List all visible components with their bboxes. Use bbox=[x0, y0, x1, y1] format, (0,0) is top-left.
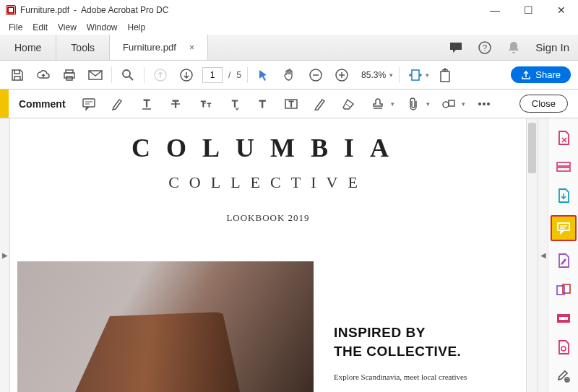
svg-rect-27 bbox=[557, 162, 570, 166]
stamp-icon[interactable] bbox=[368, 94, 388, 114]
svg-rect-33 bbox=[559, 317, 568, 320]
tab-home[interactable]: Home bbox=[0, 35, 56, 60]
organize-pages-icon[interactable] bbox=[554, 157, 573, 176]
doc-heading-line1: INSPIRED BY bbox=[334, 325, 519, 341]
page-down-icon[interactable] bbox=[176, 65, 197, 85]
text-box-icon[interactable]: T bbox=[281, 94, 301, 114]
zoom-in-icon[interactable] bbox=[332, 65, 352, 85]
redact-icon[interactable] bbox=[554, 309, 573, 328]
cloud-upload-icon[interactable] bbox=[33, 65, 53, 85]
doc-heading-line2: THE COLLECTIVE. bbox=[334, 344, 519, 360]
doc-title-line2: COLLECTIVE bbox=[17, 173, 519, 192]
create-pdf-icon[interactable] bbox=[554, 129, 573, 147]
sticky-note-icon[interactable] bbox=[79, 94, 99, 114]
tab-tools[interactable]: Tools bbox=[56, 35, 110, 60]
svg-point-6 bbox=[123, 70, 130, 77]
svg-rect-13 bbox=[83, 99, 95, 107]
left-panel-toggle[interactable]: ▶ bbox=[0, 118, 10, 392]
mail-icon[interactable] bbox=[85, 65, 105, 85]
print-icon[interactable] bbox=[59, 65, 79, 85]
main-toolbar: / 5 85.3% ▾ ▾ Share bbox=[0, 61, 578, 90]
page-number-input[interactable] bbox=[202, 67, 223, 83]
zoom-out-icon[interactable] bbox=[306, 65, 326, 85]
svg-text:T: T bbox=[288, 100, 293, 108]
stamp-dropdown-icon[interactable]: ▾ bbox=[391, 100, 394, 108]
share-button[interactable]: Share bbox=[511, 66, 571, 83]
svg-text:T: T bbox=[207, 102, 211, 108]
attach-file-icon[interactable] bbox=[403, 94, 423, 114]
title-appname: Adobe Acrobat Pro DC bbox=[81, 5, 168, 15]
window-close-button[interactable]: ✕ bbox=[545, 0, 578, 20]
comment-toolbar: Comment T T TT T T T ▾ ▾ ▾ Close bbox=[0, 90, 578, 118]
menu-edit[interactable]: Edit bbox=[28, 21, 52, 34]
scroll-thumb[interactable] bbox=[528, 123, 536, 173]
bell-icon[interactable] bbox=[506, 40, 521, 55]
fit-width-icon[interactable] bbox=[405, 65, 426, 85]
hand-pan-icon[interactable] bbox=[280, 65, 300, 85]
tab-document[interactable]: Furniture.pdf × bbox=[110, 35, 208, 60]
zoom-dropdown-icon[interactable]: ▾ bbox=[389, 71, 393, 79]
edit-pdf-icon[interactable] bbox=[554, 251, 573, 270]
underline-text-icon[interactable]: T bbox=[137, 94, 157, 114]
svg-point-25 bbox=[483, 103, 485, 105]
window-maximize-button[interactable]: ☐ bbox=[512, 0, 545, 20]
replace-text-icon[interactable]: TT bbox=[194, 94, 215, 114]
comment-label: Comment bbox=[17, 98, 70, 110]
highlight-marker-icon[interactable] bbox=[108, 94, 128, 114]
svg-rect-12 bbox=[441, 71, 449, 82]
doc-subtitle: LOOKBOOK 2019 bbox=[17, 212, 519, 224]
strikethrough-text-icon[interactable]: T bbox=[165, 94, 186, 114]
svg-point-26 bbox=[487, 103, 489, 105]
selection-arrow-icon[interactable] bbox=[254, 65, 274, 85]
svg-rect-29 bbox=[558, 223, 569, 230]
svg-point-22 bbox=[443, 102, 449, 108]
page-total: 5 bbox=[236, 70, 241, 80]
tab-bar: Home Tools Furniture.pdf × ? Sign In bbox=[0, 35, 578, 61]
zoom-value[interactable]: 85.3% bbox=[358, 68, 389, 82]
svg-text:T: T bbox=[232, 98, 238, 109]
svg-rect-11 bbox=[412, 70, 419, 80]
save-icon[interactable] bbox=[7, 65, 27, 85]
menu-view[interactable]: View bbox=[53, 21, 81, 34]
title-filename: Furniture.pdf bbox=[20, 5, 69, 15]
notification-chat-icon[interactable] bbox=[449, 40, 463, 55]
attach-dropdown-icon[interactable]: ▾ bbox=[426, 100, 430, 108]
menu-help[interactable]: Help bbox=[124, 21, 150, 34]
add-text-icon[interactable]: T bbox=[252, 94, 272, 114]
help-icon[interactable]: ? bbox=[478, 40, 492, 55]
insert-text-icon[interactable]: T bbox=[223, 94, 243, 114]
comment-accent-strip bbox=[0, 90, 9, 118]
more-tools-icon[interactable] bbox=[554, 367, 573, 386]
export-pdf-icon[interactable] bbox=[554, 186, 573, 205]
sign-in-link[interactable]: Sign In bbox=[535, 41, 569, 53]
drawing-tools-icon[interactable] bbox=[439, 94, 459, 114]
pencil-draw-icon[interactable] bbox=[310, 94, 330, 114]
doc-body-text: Explore Scandinavia, meet local creative… bbox=[334, 373, 519, 381]
svg-text:T: T bbox=[143, 97, 150, 109]
title-bar: Furniture.pdf - Adobe Acrobat Pro DC — ☐… bbox=[0, 0, 578, 20]
vertical-scrollbar[interactable]: ▴ bbox=[526, 118, 538, 392]
menu-window[interactable]: Window bbox=[82, 21, 122, 34]
combine-files-icon[interactable] bbox=[554, 280, 573, 299]
fit-page-icon[interactable] bbox=[435, 65, 455, 85]
tab-close-icon[interactable]: × bbox=[189, 42, 195, 53]
right-tool-rail bbox=[548, 118, 578, 392]
eraser-icon[interactable] bbox=[339, 94, 359, 114]
svg-rect-3 bbox=[64, 73, 74, 78]
window-minimize-button[interactable]: — bbox=[478, 0, 512, 20]
menu-file[interactable]: File bbox=[4, 21, 27, 34]
fit-dropdown-icon[interactable]: ▾ bbox=[426, 71, 429, 79]
drawing-dropdown-icon[interactable]: ▾ bbox=[462, 100, 465, 108]
document-viewport[interactable]: COLUMBIA COLLECTIVE LOOKBOOK 2019 INSPIR… bbox=[10, 118, 526, 392]
page-sep: / bbox=[228, 70, 230, 80]
comment-tool-icon[interactable] bbox=[551, 215, 577, 241]
protect-pdf-icon[interactable] bbox=[554, 338, 573, 357]
doc-hero-image bbox=[17, 261, 314, 392]
more-options-icon[interactable] bbox=[474, 94, 494, 114]
page-up-icon[interactable] bbox=[150, 65, 171, 85]
doc-title-line1: COLUMBIA bbox=[17, 133, 519, 163]
search-icon[interactable] bbox=[118, 65, 138, 85]
right-panel-toggle[interactable]: ◀ bbox=[538, 118, 548, 392]
work-area: ▶ COLUMBIA COLLECTIVE LOOKBOOK 2019 INSP… bbox=[0, 118, 578, 392]
close-comment-button[interactable]: Close bbox=[519, 95, 568, 113]
